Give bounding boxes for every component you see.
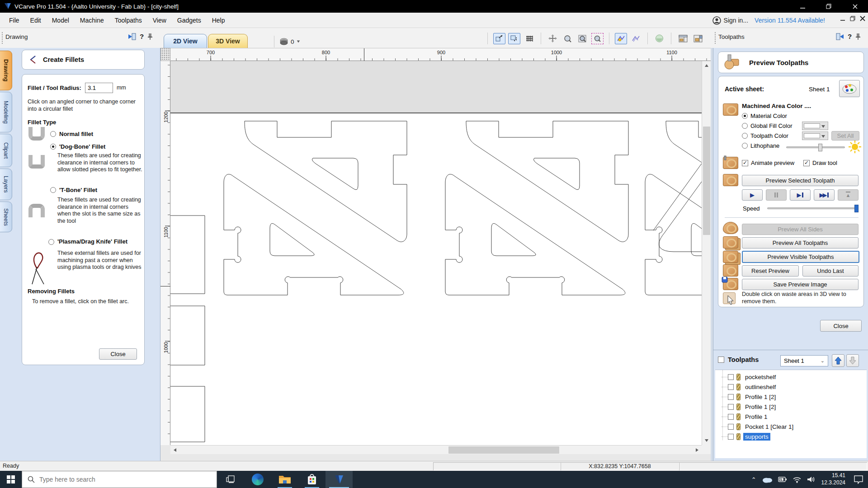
skip-to-start-button[interactable]: ▲ xyxy=(838,189,859,201)
menu-item[interactable]: View xyxy=(147,14,172,27)
toolpaths-master-checkbox[interactable] xyxy=(718,357,724,363)
toggle-solid-toolpath-icon[interactable] xyxy=(630,33,642,44)
clock[interactable]: 15.41 12.3.2024 xyxy=(821,472,845,486)
menu-item[interactable]: Model xyxy=(47,14,75,27)
toolpath-item[interactable]: Pocket 1 [Clear 1] xyxy=(715,422,867,432)
version-update-link[interactable]: Version 11.554 Available! xyxy=(755,17,825,24)
chevron-down-icon[interactable] xyxy=(821,125,825,128)
sheet-selector-value[interactable]: Sheet 1 xyxy=(784,357,804,364)
menu-item[interactable]: Toolpaths xyxy=(109,14,147,27)
dock-panel-icon[interactable] xyxy=(128,33,136,40)
toolpath-name[interactable]: Profile 1 xyxy=(743,413,769,421)
toolpath-name[interactable]: Pocket 1 [Clear 1] xyxy=(743,423,795,431)
global-fill-color-option[interactable]: Global Fill Color xyxy=(742,122,792,129)
preview-all-sides-label[interactable]: Preview All Sides xyxy=(778,226,823,233)
shelf-part[interactable] xyxy=(224,121,407,295)
toolpath-item[interactable]: outlineshelf xyxy=(715,382,867,392)
layer-selector[interactable]: 0 xyxy=(271,36,300,47)
speed-slider[interactable] xyxy=(767,207,858,209)
sign-in-label[interactable]: Sign in... xyxy=(724,17,748,24)
onedrive-icon[interactable] xyxy=(762,476,773,483)
normal-fillet-option[interactable]: Normal fillet xyxy=(50,131,93,137)
scroll-down-arrow[interactable] xyxy=(702,436,711,445)
volume-icon[interactable] xyxy=(807,476,816,483)
draw-tool-checkbox[interactable] xyxy=(803,160,810,166)
minimize-button[interactable] xyxy=(789,0,816,13)
menu-item[interactable]: Machine xyxy=(75,14,109,27)
dogbone-fillet-radio[interactable] xyxy=(50,144,56,150)
task-view-button[interactable] xyxy=(217,471,244,488)
preview-selected-toolpath-button[interactable]: Preview Selected Toolpath xyxy=(742,175,859,186)
tab-3d-label[interactable]: 3D View xyxy=(216,38,240,45)
preview-all-toolpaths-label[interactable]: Preview All Toolpaths xyxy=(773,239,828,246)
zoom-window-icon[interactable] xyxy=(576,33,589,44)
sign-in-button[interactable]: Sign in... xyxy=(712,16,748,25)
normal-fillet-label[interactable]: Normal fillet xyxy=(59,131,93,137)
move-toolpath-up-button[interactable] xyxy=(832,354,844,367)
chevron-down-icon[interactable]: ⌄ xyxy=(821,358,825,364)
toolpath-color-label[interactable]: Toolpath Color xyxy=(750,132,788,139)
zoom-selected-icon[interactable] xyxy=(591,33,604,44)
mdi-minimize-button[interactable] xyxy=(840,15,845,23)
play-button[interactable]: ▶ xyxy=(742,189,763,201)
toolpath-name[interactable]: outlineshelf xyxy=(743,383,778,391)
pin-icon[interactable] xyxy=(855,33,861,40)
zoom-interactive-icon[interactable] xyxy=(561,33,574,44)
search-input[interactable] xyxy=(39,476,189,483)
panel-drag-handle[interactable] xyxy=(1,32,4,44)
sidebar-tab-label[interactable]: Layers xyxy=(3,176,9,193)
window-layout-icon[interactable] xyxy=(677,33,689,44)
dogbone-fillet-label[interactable]: 'Dog-Bone' Fillet xyxy=(59,143,105,150)
tab-3d-view[interactable]: 3D View xyxy=(208,34,248,48)
sidebar-tab-label[interactable]: Modeling xyxy=(3,101,9,124)
toolpath-visibility-checkbox[interactable] xyxy=(728,414,734,420)
partial-diagonal-part[interactable] xyxy=(659,182,702,252)
fillets-close-button[interactable]: Close xyxy=(99,348,137,360)
toolpath-name[interactable]: supports xyxy=(743,433,770,441)
fast-forward-button[interactable]: ▶▶ xyxy=(814,189,835,201)
toolpath-item[interactable]: Profile 1 [2] xyxy=(715,402,867,412)
shelf-part[interactable] xyxy=(445,121,628,295)
undo-last-label[interactable]: Undo Last xyxy=(817,267,844,274)
toolpath-visibility-checkbox[interactable] xyxy=(728,404,734,410)
normal-fillet-radio[interactable] xyxy=(50,131,56,137)
window-layout-alt-icon[interactable] xyxy=(692,33,704,44)
help-icon[interactable]: ? xyxy=(848,33,852,40)
preview-close-label[interactable]: Close xyxy=(833,323,848,329)
back-chevron-icon[interactable] xyxy=(29,55,37,64)
vcarve-taskbar-icon[interactable] xyxy=(326,471,353,488)
toolpath-item[interactable]: Profile 1 xyxy=(715,412,867,422)
preview-all-toolpaths-button[interactable]: Preview All Toolpaths xyxy=(742,237,859,249)
menu-item[interactable]: Edit xyxy=(25,14,47,27)
menu-item[interactable]: File xyxy=(4,14,25,27)
mdi-restore-button[interactable] xyxy=(850,15,855,23)
toolpath-visibility-checkbox[interactable] xyxy=(728,424,734,430)
tab-2d-label[interactable]: 2D View xyxy=(173,38,197,45)
set-all-label[interactable]: Set All xyxy=(837,132,854,139)
partial-part-rect[interactable] xyxy=(170,306,205,365)
tray-expand-icon[interactable]: ⌃ xyxy=(751,476,756,483)
lithophane-radio[interactable] xyxy=(742,143,748,149)
toolpath-visibility-checkbox[interactable] xyxy=(728,394,734,400)
scroll-left-arrow[interactable] xyxy=(170,446,179,455)
menu-item[interactable]: Gadgets xyxy=(172,14,207,27)
preview-all-sides-button[interactable]: Preview All Sides xyxy=(742,224,859,235)
reset-preview-button[interactable]: Reset Preview xyxy=(742,265,799,277)
partial-diagonal-part[interactable] xyxy=(653,164,702,230)
preview-selected-label[interactable]: Preview Selected Toolpath xyxy=(766,177,835,184)
draw-tool-label[interactable]: Draw tool xyxy=(812,160,837,166)
tab-2d-view[interactable]: 2D View xyxy=(164,34,207,48)
toolpath-color-dropdown[interactable] xyxy=(802,131,828,140)
dogbone-fillet-option[interactable]: 'Dog-Bone' Fillet xyxy=(50,143,105,150)
scroll-right-arrow[interactable] xyxy=(693,446,702,455)
plasma-fillet-label[interactable]: 'Plasma/Drag Knife' Fillet xyxy=(57,238,127,245)
toolpath-name[interactable]: Profile 1 [2] xyxy=(743,403,778,411)
edge-taskbar-icon[interactable] xyxy=(244,471,271,488)
toolpath-visibility-checkbox[interactable] xyxy=(728,434,734,440)
horizontal-scrollbar[interactable] xyxy=(170,445,702,454)
material-color-label[interactable]: Material Color xyxy=(750,113,787,119)
sheet-color-palette-button[interactable] xyxy=(839,80,860,97)
tbone-fillet-radio[interactable] xyxy=(50,187,56,193)
partial-part-rect[interactable] xyxy=(170,386,205,442)
sheet-selector-dropdown[interactable]: Sheet 1 ⌄ xyxy=(780,355,828,366)
